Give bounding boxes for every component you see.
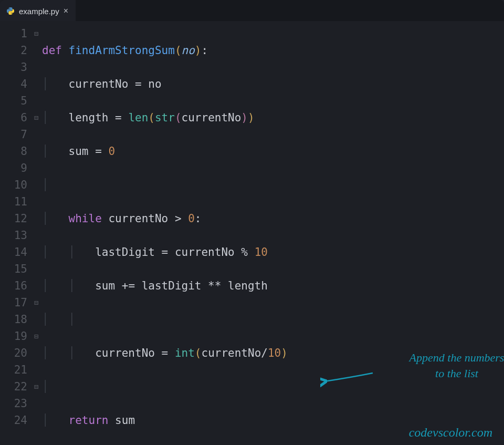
fold-spacer xyxy=(30,345,42,361)
fold-spacer xyxy=(30,244,42,261)
line-number: 21 xyxy=(0,361,27,378)
tab-example-py[interactable]: example.py × xyxy=(0,0,76,21)
fold-spacer xyxy=(30,227,42,244)
fold-toggle[interactable]: ⊟ xyxy=(30,109,42,126)
tab-bar[interactable]: example.py × xyxy=(0,0,504,21)
line-number: 17 xyxy=(0,294,27,311)
line-number: 20 xyxy=(0,345,27,361)
line-number: 12 xyxy=(0,210,27,227)
line-number: 19 xyxy=(0,328,27,345)
code-line[interactable]: │ currentNo = no xyxy=(42,76,504,92)
fold-spacer xyxy=(30,92,42,109)
code-line[interactable]: def findArmStrongSum(no): xyxy=(42,42,504,59)
code-line[interactable]: │ │ currentNo = int(currentNo/10) xyxy=(42,345,504,361)
fold-spacer xyxy=(30,143,42,160)
python-file-icon xyxy=(6,7,15,15)
fold-toggle[interactable]: ⊟ xyxy=(30,328,42,345)
line-number: 4 xyxy=(0,76,27,92)
line-number: 8 xyxy=(0,143,27,160)
code-area[interactable]: def findArmStrongSum(no): │ currentNo = … xyxy=(42,25,504,445)
fold-toggle[interactable]: ⊟ xyxy=(30,294,42,311)
fold-spacer xyxy=(30,177,42,193)
editor-window: example.py × 1 2 3 4 5 6 7 8 9 10 11 12 … xyxy=(0,0,504,445)
tab-filename: example.py xyxy=(19,7,59,16)
code-line[interactable]: │ while currentNo > 0: xyxy=(42,210,504,227)
code-line[interactable]: │ sum = 0 xyxy=(42,143,504,160)
fold-spacer xyxy=(30,210,42,227)
fold-gutter: ⊟ ⊟ ⊟ ⊟ ⊟ xyxy=(30,25,42,445)
line-number: 3 xyxy=(0,59,27,76)
line-number: 24 xyxy=(0,412,27,429)
line-number: 7 xyxy=(0,126,27,143)
line-number-gutter: 1 2 3 4 5 6 7 8 9 10 11 12 13 14 15 16 1… xyxy=(0,25,30,445)
fold-spacer xyxy=(30,126,42,143)
line-number: 18 xyxy=(0,311,27,328)
fold-spacer xyxy=(30,193,42,210)
line-number: 16 xyxy=(0,277,27,294)
code-editor[interactable]: 1 2 3 4 5 6 7 8 9 10 11 12 13 14 15 16 1… xyxy=(0,21,504,445)
fold-spacer xyxy=(30,277,42,294)
fold-toggle[interactable]: ⊟ xyxy=(30,25,42,42)
fold-toggle[interactable]: ⊟ xyxy=(30,378,42,395)
fold-spacer xyxy=(30,395,42,412)
code-line[interactable]: │ xyxy=(42,177,504,193)
line-number: 6 xyxy=(0,109,27,126)
line-number: 2 xyxy=(0,42,27,59)
line-number: 9 xyxy=(0,160,27,177)
close-icon[interactable]: × xyxy=(64,6,68,16)
line-number: 13 xyxy=(0,227,27,244)
line-number: 5 xyxy=(0,92,27,109)
fold-spacer xyxy=(30,59,42,76)
line-number: 23 xyxy=(0,395,27,412)
line-number: 15 xyxy=(0,261,27,277)
line-number: 11 xyxy=(0,193,27,210)
line-number: 14 xyxy=(0,244,27,261)
fold-spacer xyxy=(30,412,42,429)
line-number: 1 xyxy=(0,25,27,42)
code-line[interactable]: │ │ sum += lastDigit ** length xyxy=(42,277,504,294)
fold-spacer xyxy=(30,311,42,328)
code-line[interactable]: │ length = len(str(currentNo)) xyxy=(42,109,504,126)
fold-spacer xyxy=(30,76,42,92)
fold-spacer xyxy=(30,42,42,59)
code-line[interactable]: │ │ lastDigit = currentNo % 10 xyxy=(42,244,504,261)
code-line[interactable]: │ │ xyxy=(42,311,504,328)
watermark: codevscolor.com xyxy=(409,426,492,440)
line-number: 22 xyxy=(0,378,27,395)
fold-spacer xyxy=(30,261,42,277)
fold-spacer xyxy=(30,361,42,378)
line-number: 10 xyxy=(0,177,27,193)
code-line[interactable]: │ xyxy=(42,378,504,395)
fold-spacer xyxy=(30,160,42,177)
